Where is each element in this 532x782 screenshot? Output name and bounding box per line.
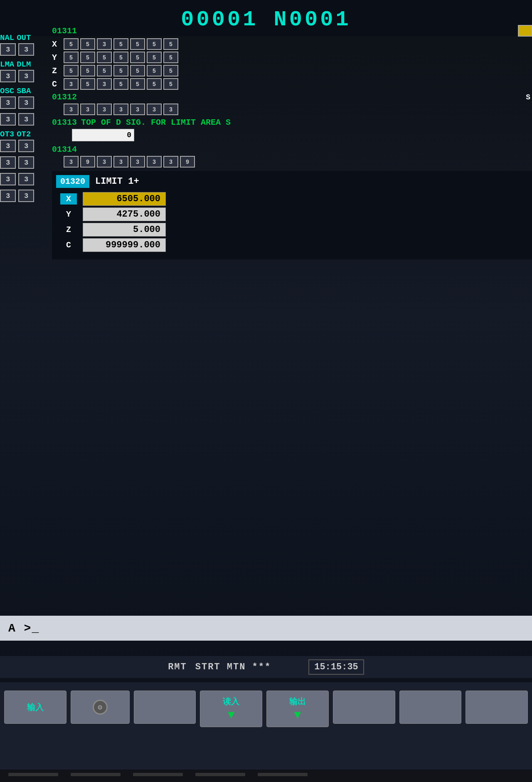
input-01313[interactable]: 0 (72, 129, 134, 141)
cell-01314-5: 3 (130, 156, 145, 168)
limit-value-x: 6505.000 (83, 192, 166, 206)
cell-x-7: 5 (163, 38, 178, 50)
prog-num-01312: 01312 (52, 92, 81, 102)
limit-header: 01320 LIMIT 1+ (56, 175, 528, 188)
command-line-area: A >_ (0, 616, 532, 641)
func-key-gear[interactable]: ⚙ (71, 691, 130, 724)
cell-01314-4: 3 (113, 156, 128, 168)
cell-c-1: 3 (64, 78, 79, 90)
status-strt-mtn: STRT MTN *** (195, 662, 271, 672)
axis-row-z-01311: Z 5 5 5 5 5 5 5 (52, 65, 532, 76)
cell-x-5: 5 (130, 38, 145, 50)
cell-x-4: 5 (113, 38, 128, 50)
cell-01314-8: 9 (180, 156, 195, 168)
status-rmt: RMT (168, 662, 187, 672)
limit-section-title: LIMIT 1+ (95, 176, 139, 187)
prog-num-01314: 01314 (52, 145, 81, 154)
cell-c-2: 5 (80, 78, 95, 90)
func-key-output[interactable]: 输出 ▼ (266, 691, 329, 727)
axis-row-y-01311: Y 5 5 5 5 5 5 5 (52, 52, 532, 63)
limit-row-x: X 6505.000 (56, 192, 528, 206)
ind-osc-sba: OSC SBA 3 3 (0, 86, 52, 109)
limit-value-z: 5.000 (83, 223, 166, 237)
cell-01312-7: 3 (163, 104, 178, 115)
ind-group-7: 3 3 (0, 173, 52, 185)
cell-z-7: 5 (163, 65, 178, 76)
cell-01312-1: 3 (64, 104, 79, 115)
cell-x-2: 5 (80, 38, 95, 50)
cell-z-4: 5 (113, 65, 128, 76)
status-bar: RMT STRT MTN *** 15:15:35 (0, 656, 532, 678)
function-key-bar: 输入 ⚙ 读入 ▼ 输出 ▼ (0, 682, 532, 782)
ind-label-ot3: OT3 (0, 130, 14, 139)
cell-01314-7: 3 (163, 156, 178, 168)
limit-section-num: 01320 (56, 175, 89, 188)
cell-y-2: 5 (80, 52, 95, 63)
cell-01312-3: 3 (97, 104, 112, 115)
func-key-read[interactable]: 读入 ▼ (200, 691, 262, 727)
limit-row-z: Z 5.000 (56, 223, 528, 237)
ind-box-5: 3 (0, 96, 16, 109)
cell-z-3: 5 (97, 65, 112, 76)
limit-axis-z: Z (60, 225, 77, 234)
cell-c-6: 5 (147, 78, 162, 90)
func-key-blank3[interactable] (399, 691, 462, 724)
limit-row-y: Y 4275.000 (56, 207, 528, 221)
cell-01312-2: 3 (80, 104, 95, 115)
prog-num-01313: 01313 (52, 118, 77, 127)
func-key-blank1[interactable] (134, 691, 196, 724)
func-key-input[interactable]: 输入 (4, 691, 66, 724)
axis-row-x-01311: X 5 5 3 5 5 5 5 (52, 38, 532, 50)
left-indicators: NAL OUT 3 3 LMA DLM 3 3 OSC SBA (0, 33, 52, 206)
cell-01314-6: 3 (147, 156, 162, 168)
cell-c-7: 5 (163, 78, 178, 90)
arrow-down-output: ▼ (294, 709, 301, 722)
ind-group-4: 3 3 (0, 113, 52, 126)
bottom-decoration (0, 770, 532, 782)
cell-y-6: 5 (147, 52, 162, 63)
cell-z-2: 5 (80, 65, 95, 76)
limit-section: 01320 LIMIT 1+ X 6505.000 Y 4275.000 Z 5… (52, 171, 532, 259)
limit-axis-y: Y (60, 210, 77, 219)
ind-box-6: 3 (18, 96, 34, 109)
row-01314-boxes: 3 9 3 3 3 3 3 9 (52, 156, 532, 168)
ind-box-2: 3 (18, 43, 34, 56)
command-prompt[interactable]: A >_ (8, 622, 39, 635)
cell-y-7: 5 (163, 52, 178, 63)
cnc-screen: 00001 N0001 NAL OUT 3 3 LMA DLM 3 3 (0, 0, 532, 782)
cell-x-3: 3 (97, 38, 112, 50)
ind-box-9: 3 (0, 140, 16, 152)
ind-box-11: 3 (0, 156, 16, 169)
axis-row-c-01311: C 3 5 3 5 5 5 5 (52, 78, 532, 90)
section-01313: 01313 TOP OF D SIG. FOR LIMIT AREA S 0 (52, 118, 532, 141)
ind-nal-out: NAL OUT 3 3 (0, 33, 52, 56)
cell-01314-2: 9 (80, 156, 95, 168)
section-01311: 01311 X 5 5 3 5 5 5 5 (52, 25, 532, 90)
ind-group-8: 3 3 (0, 190, 52, 202)
cell-z-1: 5 (64, 65, 79, 76)
cell-01312-4: 3 (113, 104, 128, 115)
ind-lma-dlm: LMA DLM 3 3 (0, 60, 52, 82)
main-grid: 01311 X 5 5 3 5 5 5 5 (52, 25, 532, 259)
func-key-blank4[interactable] (466, 691, 528, 724)
ind-box-10: 3 (18, 140, 34, 152)
ind-label-osc: OSC (0, 86, 14, 96)
ind-box-7: 3 (0, 113, 16, 126)
ind-box-1: 3 (0, 43, 16, 56)
cell-y-3: 5 (97, 52, 112, 63)
limit-value-c: 999999.000 (83, 238, 166, 252)
ind-box-8: 3 (18, 113, 34, 126)
section-01314: 01314 3 9 3 3 3 3 3 9 (52, 145, 532, 168)
cell-01312-6: 3 (147, 104, 162, 115)
arrow-down-read: ▼ (228, 709, 235, 722)
ind-box-15: 3 (0, 190, 16, 202)
limit-axis-x: X (60, 193, 77, 205)
prog-num-01311: 01311 (52, 26, 81, 36)
ind-box-4: 3 (18, 70, 34, 82)
func-key-blank2[interactable] (333, 691, 395, 724)
ind-label-ot2: OT2 (17, 130, 31, 139)
ind-box-13: 3 (0, 173, 16, 185)
right-label-s: S (526, 93, 532, 101)
ind-box-16: 3 (18, 190, 34, 202)
ind-label-lma: LMA (0, 60, 14, 69)
